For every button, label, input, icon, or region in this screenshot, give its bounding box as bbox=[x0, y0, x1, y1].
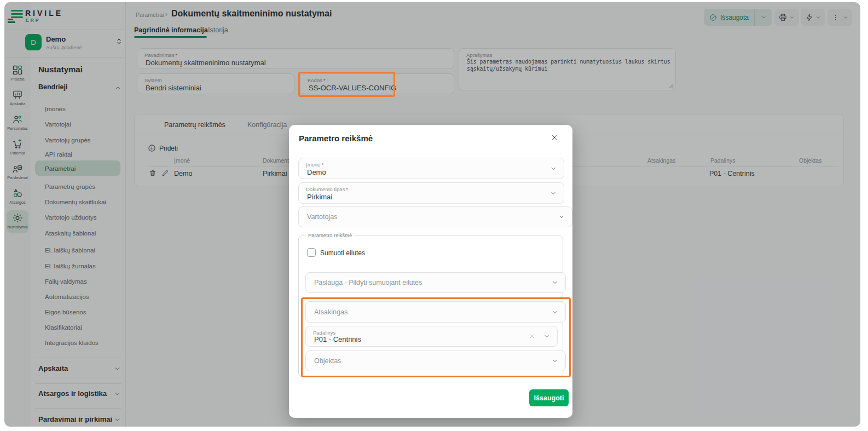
modal-objektas-select[interactable]: Objektas bbox=[305, 350, 566, 371]
modal-imone-label: Įmonė bbox=[306, 162, 320, 168]
clear-value-icon[interactable] bbox=[529, 333, 535, 340]
chevron-down-icon bbox=[552, 309, 558, 315]
chevron-down-icon bbox=[552, 358, 558, 364]
page: RIVILE ERP D Demo Aušra Juodienė Pradžia… bbox=[0, 0, 868, 431]
save-button[interactable]: Išsaugoti bbox=[529, 389, 569, 406]
modal-imone-select[interactable]: Įmonė* Demo bbox=[298, 158, 564, 179]
chevron-down-icon bbox=[550, 165, 557, 172]
modal-paslauga-value: Paslauga - Pildyti sumuojant eilutes bbox=[314, 279, 422, 286]
sumuoti-eilutes-checkbox[interactable] bbox=[307, 248, 316, 257]
modal-vartotojas-select[interactable]: Vartotojas bbox=[298, 206, 572, 227]
chevron-down-icon bbox=[543, 333, 550, 340]
modal-dokumento-tipas-select[interactable]: Dokumento tipas* Pirkimai bbox=[298, 182, 564, 204]
required-star: * bbox=[321, 162, 323, 168]
close-icon bbox=[551, 134, 558, 141]
modal-atsakingas-placeholder: Atsakingas bbox=[314, 308, 348, 316]
modal-paslauga-select[interactable]: Paslauga - Pildyti sumuojant eilutes bbox=[305, 272, 566, 293]
app-window: RIVILE ERP D Demo Aušra Juodienė Pradžia… bbox=[4, 2, 860, 427]
modal-dokumento-tipas-label: Dokumento tipas bbox=[306, 186, 345, 192]
required-star: * bbox=[346, 186, 348, 192]
modal-parametro-reiksme: Parametro reikšmė Įmonė* Demo Dokumento … bbox=[289, 125, 572, 418]
modal-imone-value: Demo bbox=[307, 168, 326, 176]
chevron-down-icon bbox=[558, 214, 565, 220]
sumuoti-eilutes-label[interactable]: Sumuoti eilutes bbox=[320, 249, 365, 257]
modal-atsakingas-select[interactable]: Atsakingas bbox=[305, 301, 566, 323]
modal-vartotojas-placeholder: Vartotojas bbox=[307, 213, 337, 221]
modal-objektas-placeholder: Objektas bbox=[314, 357, 341, 365]
modal-dokumento-tipas-value: Pirkimai bbox=[307, 193, 332, 201]
chevron-down-icon bbox=[550, 190, 557, 197]
chevron-down-icon bbox=[552, 279, 558, 286]
fieldset-legend: Parametro reikšmė bbox=[305, 232, 355, 238]
modal-padalinys-value: P01 - Centrinis bbox=[314, 335, 361, 343]
modal-title: Parametro reikšmė bbox=[299, 134, 373, 143]
modal-padalinys-select[interactable]: Padalinys P01 - Centrinis bbox=[305, 326, 558, 347]
modal-close-button[interactable] bbox=[551, 134, 558, 141]
